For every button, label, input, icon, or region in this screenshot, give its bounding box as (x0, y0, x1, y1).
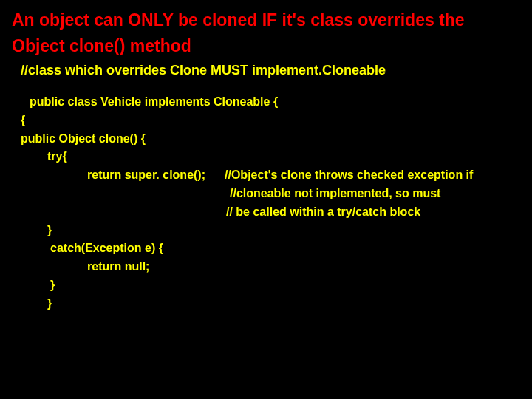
code-line: try{ (21, 148, 522, 166)
slide-subtitle: //class which overrides Clone MUST imple… (21, 63, 522, 78)
code-line: } (21, 222, 522, 240)
slide-title: An object can ONLY be cloned IF it's cla… (10, 7, 522, 58)
code-comment: // be called within a try/catch block (21, 203, 522, 222)
code-comment: //Object's clone throws checked exceptio… (205, 166, 473, 185)
code-line: } (21, 276, 522, 295)
code-line: return null; (21, 258, 522, 276)
code-line: { (21, 112, 522, 130)
code-line: catch(Exception e) { (21, 239, 522, 258)
code-comment: //cloneable not implemented, so must (21, 185, 522, 203)
code-line: } (21, 295, 522, 313)
code-text: return super. clone(); (21, 166, 205, 185)
code-line: public Object clone() { (21, 130, 522, 149)
code-line: public class Vehicle implements Cloneabl… (21, 93, 522, 112)
code-block: public class Vehicle implements Cloneabl… (21, 93, 522, 313)
slide: An object can ONLY be cloned IF it's cla… (0, 0, 532, 399)
code-line: return super. clone(); //Object's clone … (21, 166, 522, 185)
